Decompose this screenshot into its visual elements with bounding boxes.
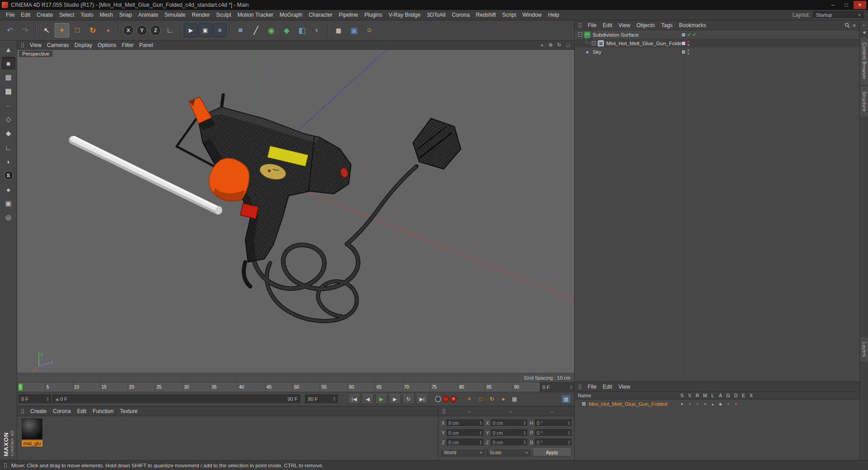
expander-icon[interactable] [592,41,596,45]
spinner-icon[interactable] [334,397,335,401]
position-x-field[interactable]: 0 cm [447,419,483,427]
apply-button[interactable]: Apply [533,448,571,456]
layer-swatch-icon[interactable] [681,41,686,46]
search-icon[interactable] [844,23,850,28]
make-editable-button[interactable]: ▲ [2,43,15,56]
position-z-field[interactable]: 0 cm [447,439,483,446]
rotation-b-field[interactable]: 0 ° [535,439,571,446]
timeline-track[interactable]: 051015202530354045505560657075808590 [17,382,540,392]
points-mode-button[interactable]: ∙∙ [2,99,15,112]
y-axis-lock-button[interactable]: Y [137,25,147,36]
camera-button[interactable]: ▣ [347,23,361,38]
viewport-menu-item[interactable]: Filter [119,42,137,49]
edges-mode-button[interactable]: ◇ [2,113,15,126]
rotate-tool-button[interactable]: ↻ [85,23,100,38]
object-manager-menu-item[interactable]: Edit [599,21,615,29]
object-row-subdivision-surface[interactable]: ◠ Subdivision Surface ✓ ✓ [575,30,859,39]
panel-grip-handle[interactable] [20,42,25,48]
minimize-button[interactable]: – [826,1,839,9]
layer-toggle-icon[interactable]: ▪ [693,402,701,406]
menubar-item[interactable]: Plugins [361,11,385,19]
ruler-frame-field[interactable]: 0 F [540,382,574,392]
panel-grip-handle[interactable] [578,22,582,28]
spinner-icon[interactable] [47,397,48,401]
menubar-item[interactable]: Window [519,11,545,19]
tweak-mode-button[interactable]: ◗ [2,155,15,168]
size-x-field[interactable]: 0 cm [491,419,528,427]
current-frame-field[interactable]: 0 F [19,395,51,404]
menubar-item[interactable]: Script [499,11,519,19]
texture-mode-button[interactable]: ▩ [2,71,15,84]
menubar-item[interactable]: Sculpt [213,11,234,19]
render-picture-viewer-button[interactable]: ▣ [198,24,212,37]
size-mode-dropdown[interactable]: Scale [487,449,530,456]
panel-grip-handle[interactable] [3,462,8,468]
layer-toggle-icon[interactable]: ✕ [732,402,740,406]
go-to-start-button[interactable]: |◀ [348,394,360,404]
tab-structure[interactable]: Structure [861,87,868,116]
record-scale-button[interactable]: □ [476,395,486,404]
spinner-icon[interactable] [568,440,570,445]
live-selection-button[interactable]: ↖ [39,23,54,38]
object-row-sky[interactable]: ● Sky [575,47,859,56]
menubar-item[interactable]: 3DToAll [424,11,448,19]
spinner-icon[interactable] [524,421,525,425]
timeline-ruler[interactable]: 051015202530354045505560657075808590 0 F [17,382,574,392]
menubar-item[interactable]: Help [545,11,562,19]
editor-visibility-dot[interactable] [687,49,689,52]
object-manager-menu-item[interactable]: View [615,21,633,29]
previous-frame-button[interactable]: ◀ [362,394,374,404]
snap-mode-button[interactable]: S [2,169,15,182]
menubar-item[interactable]: V-Ray Bridge [385,11,424,19]
panel-grip-handle[interactable] [578,384,582,390]
menubar-item[interactable]: Create [33,11,56,19]
render-settings-button[interactable]: ≡ [213,24,226,37]
next-frame-button[interactable]: ▶ [389,394,401,404]
expander-icon[interactable] [578,33,582,37]
menubar-item[interactable]: Render [189,11,213,19]
menubar-item[interactable]: MoGraph [277,11,306,19]
z-axis-lock-button[interactable]: Z [150,25,161,36]
viewport-menu-item[interactable]: Panel [137,42,156,49]
workplane-mode-button[interactable]: ▦ [2,85,15,98]
menubar-item[interactable]: Redshift [473,11,499,19]
light-button[interactable]: ○ [362,23,377,38]
render-visibility-dot[interactable] [687,52,689,55]
menubar-item[interactable]: Simulate [161,11,189,19]
enabled-check-icon[interactable]: ✓ [687,33,691,37]
materials-menu-item[interactable]: Function [90,407,117,415]
tab-layers[interactable]: Layers [861,338,868,362]
deformer-button[interactable]: ◧ [295,23,309,38]
coordinate-system-button[interactable]: ∟ [163,23,177,38]
panel-grip-handle[interactable] [20,408,25,414]
loop-button[interactable]: ↻ [402,394,415,404]
layer-browser-menu-item[interactable]: File [585,383,599,391]
zoom-view-icon[interactable]: ⊕ [547,42,554,49]
paint-mode-button[interactable]: ● [2,183,15,196]
layer-toggle-icon[interactable]: ◆ [717,402,724,406]
planar-workplane-button[interactable]: ◎ [2,211,15,224]
timeline-options-button[interactable]: ▥ [561,395,571,404]
spinner-icon[interactable] [568,431,570,435]
material-item[interactable]: mat_glu [20,418,44,458]
menubar-item[interactable]: Tools [77,11,96,19]
array-button[interactable]: ▦ [331,23,346,38]
spinner-icon[interactable] [480,421,481,425]
viewport-canvas[interactable]: y z x Perspective Grid Spacing : 10 cm [17,50,574,382]
object-manager-menu-item[interactable]: Tags [658,21,676,29]
end-frame-field[interactable]: 90 F [305,395,338,404]
glue-gun-model[interactable] [73,95,461,321]
render-view-button[interactable]: ▶ [184,24,198,37]
preview-range-slider[interactable]: ◀0 F 90 F [52,395,300,404]
viewport-menu-item[interactable]: Cameras [44,42,72,49]
menubar-item[interactable]: Motion Tracker [234,11,276,19]
layer-toggle-icon[interactable]: ▪ [724,402,732,406]
menubar-item[interactable]: Select [56,11,77,19]
position-mode-dropdown[interactable]: World [441,449,485,456]
layer-toggle-icon[interactable]: ● [678,402,686,406]
object-manager-menu-item[interactable]: Objects [633,21,658,29]
polygons-mode-button[interactable]: ◆ [2,127,15,140]
viewport-menu-item[interactable]: View [27,42,44,49]
layer-color-icon[interactable] [581,401,586,406]
record-position-button[interactable]: + [464,395,474,404]
